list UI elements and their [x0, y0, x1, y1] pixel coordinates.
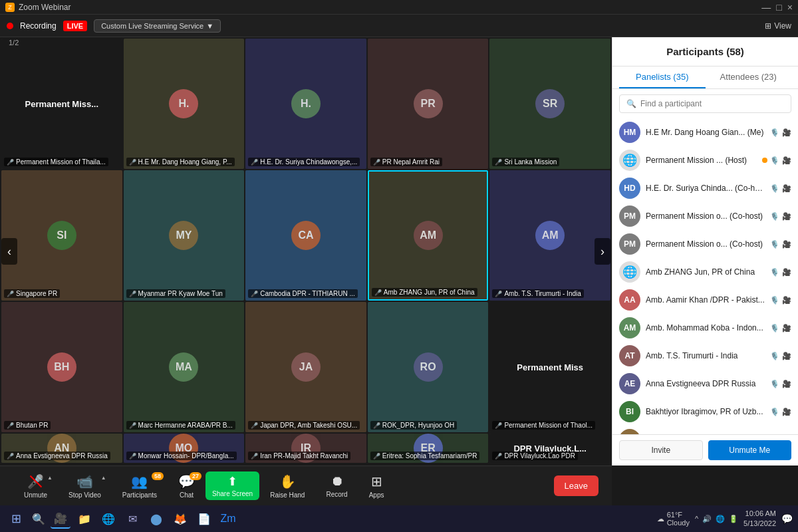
notification-icon[interactable]: 💬: [781, 513, 793, 524]
video-cell-14[interactable]: RO🎤ROK_DPR, Hyunjoo OH: [368, 302, 489, 432]
participant-item[interactable]: 🌐Permanent Mission ... (Host)🎙️🎥: [612, 146, 798, 174]
titlebar-controls[interactable]: — □ ×: [761, 2, 793, 13]
panel-footer: Invite Unmute Me: [612, 434, 798, 466]
taskbar-zoom2[interactable]: Zm: [218, 509, 238, 529]
video-cell-15[interactable]: Permanent Miss🎤Permanent Mission of Thao…: [489, 302, 610, 432]
muted-icon: 🎙️: [770, 156, 779, 165]
record-icon: ⏺: [331, 473, 344, 489]
unmute-icon: 🎤: [27, 473, 44, 489]
video-cell-6[interactable]: SI🎤Singapore PR: [1, 170, 122, 301]
video-cell-10[interactable]: AM🎤Amb. T.S. Tirumurti - India: [489, 170, 610, 301]
stop-video-label: Stop Video: [68, 491, 101, 499]
chat-label: Chat: [180, 491, 194, 499]
toolbar-btn-record[interactable]: ⏺Record: [315, 473, 358, 498]
apps-label: Apps: [369, 491, 384, 499]
participant-avatar: HD: [619, 178, 640, 199]
taskbar-pdf[interactable]: 📄: [194, 509, 214, 529]
share-screen-btn[interactable]: ⬆Share Screen: [205, 471, 259, 500]
participant-item[interactable]: ATAmb. T.S. Tirumurti - India🎙️🎥: [612, 342, 798, 370]
taskbar-zoom[interactable]: 🎥: [51, 509, 70, 529]
participant-item[interactable]: HDH.E. Dr. Suriya Chinda... (Co-host)🎙️🎥: [612, 174, 798, 202]
participant-item[interactable]: HMH.E Mr. Dang Hoang Gian... (Me)🎙️🎥: [612, 118, 798, 146]
taskbar-mail[interactable]: ✉: [122, 509, 142, 529]
video-cell-16[interactable]: AN🎤Anna Evstigneeva DPR Russia: [1, 434, 122, 463]
video-avatar: H.: [169, 89, 198, 118]
toolbar-btn-participants[interactable]: ▲👥Participants58: [112, 473, 168, 499]
mic-icon: 🎤: [251, 159, 258, 166]
search-input[interactable]: [640, 99, 784, 108]
share-screen-label: Share Screen: [212, 490, 253, 497]
participant-avatar: 🌐: [619, 261, 640, 283]
video-cell-1[interactable]: Permanent Miss...🎤Permanent Mission of T…: [1, 39, 122, 169]
toolbar-btn-apps[interactable]: ⊞Apps: [358, 473, 395, 499]
prev-page-arrow[interactable]: ‹: [1, 238, 17, 265]
toolbar-btn-unmute[interactable]: ▲🎤Unmute: [13, 473, 58, 499]
participant-item[interactable]: PMPermanent Mission o... (Co-host)🎙️🎥: [612, 202, 798, 230]
taskbar-apps: 🎥 📁 🌐 ✉ ⬤ 🦊 📄 Zm: [51, 509, 238, 529]
mic-icon: 🎤: [373, 453, 380, 460]
participant-item[interactable]: BPBhutan PR🎙️🎥: [612, 426, 798, 434]
minimize-btn[interactable]: —: [761, 2, 771, 13]
toolbar-btn-raise-hand[interactable]: ✋Raise Hand: [259, 473, 315, 499]
toolbar-btn-stop-video[interactable]: ▲📹Stop Video: [58, 473, 112, 499]
mic-icon: 🎤: [7, 453, 14, 460]
video-avatar: PR: [414, 89, 443, 118]
maximize-btn[interactable]: □: [776, 2, 781, 13]
recording-dot: [7, 23, 13, 29]
search-box[interactable]: 🔍: [619, 94, 791, 113]
video-avatar: SR: [535, 89, 565, 118]
participant-name: Amb. Aamir Khan /DPR - Pakist...: [646, 295, 765, 305]
panel-title: Participants (58): [666, 46, 744, 57]
taskbar-browser[interactable]: 🌐: [98, 509, 118, 529]
video-cell-5[interactable]: SR🎤Sri Lanka Mission: [489, 39, 610, 169]
next-page-arrow[interactable]: ›: [595, 238, 610, 265]
participant-item[interactable]: 🌐Amb ZHANG Jun, PR of China🎙️🎥: [612, 258, 798, 286]
video-cell-20[interactable]: DPR Vilayluck.L...🎤DPR Vilayluck.Lao PDR: [489, 434, 610, 463]
video-label: 🎤Amb. T.S. Tirumurti - India: [492, 289, 583, 298]
video-cell-13[interactable]: JA🎤Japan DPR, Amb Takeshi OSU...: [245, 302, 366, 432]
mic-icon: 🎤: [129, 159, 136, 166]
tab-attendees[interactable]: Attendees (23): [706, 66, 792, 88]
start-button[interactable]: ⊞: [5, 511, 27, 526]
participant-item[interactable]: AAAmb. Aamir Khan /DPR - Pakist...🎙️🎥: [612, 286, 798, 314]
participant-name: Amb. Mohammad Koba - Indon...: [646, 323, 765, 332]
participant-name: Permanent Mission ... (Host): [646, 156, 757, 165]
video-cell-9[interactable]: AM🎤Amb ZHANG Jun, PR of China: [368, 170, 489, 301]
participants-panel: Participants (58) Panelists (35) Attende…: [612, 37, 798, 466]
video-cell-7[interactable]: MY🎤Myanmar PR Kyaw Moe Tun: [124, 170, 245, 301]
video-cell-8[interactable]: CA🎤Cambodia DPR - TITHIARUN ...: [245, 170, 366, 301]
video-area: Permanent Miss...🎤Permanent Mission of T…: [0, 37, 612, 466]
video-avatar: AM: [535, 221, 565, 250]
video-cell-18[interactable]: IR🎤Iran PR-Majid Takht Ravanchi: [245, 434, 366, 463]
titlebar: Z Zoom Webinar — □ ×: [0, 0, 798, 15]
participant-item[interactable]: AEAnna Evstigneeva DPR Russia🎙️🎥: [612, 370, 798, 398]
video-cell-12[interactable]: MA🎤Marc Hermanne ARABA/PR B...: [124, 302, 245, 432]
participant-item[interactable]: AMAmb. Mohammad Koba - Indon...🎙️🎥: [612, 314, 798, 342]
video-cell-3[interactable]: H.🎤H.E. Dr. Suriya Chindawongse,...: [245, 39, 366, 169]
mic-icon: 🎤: [7, 422, 14, 429]
taskbar-search[interactable]: 🔍: [32, 513, 45, 525]
invite-btn[interactable]: Invite: [619, 440, 703, 460]
taskbar-edge[interactable]: 🦊: [170, 509, 190, 529]
leave-btn[interactable]: Leave: [554, 475, 598, 496]
video-cell-2[interactable]: H.🎤H.E Mr. Dang Hoang Giang, P...: [124, 39, 245, 169]
windows-taskbar: ⊞ 🔍 🎥 📁 🌐 ✉ ⬤ 🦊 📄 Zm ☁ 61°FCloudy ^ 🔊 🌐 …: [0, 505, 798, 532]
video-cell-17[interactable]: MO🎤Monwar Hossain- DPR/Bangla...: [124, 434, 245, 463]
participant-item[interactable]: PMPermanent Mission o... (Co-host)🎙️🎥: [612, 230, 798, 258]
mic-icon: 🎤: [495, 159, 502, 166]
close-btn[interactable]: ×: [787, 2, 793, 13]
live-badge: LIVE: [63, 21, 87, 31]
video-cell-11[interactable]: BH🎤Bhutan PR: [1, 302, 122, 432]
mic-icon: 🎤: [7, 159, 14, 166]
tab-panelists[interactable]: Panelists (35): [619, 66, 706, 88]
participant-item[interactable]: BIBakhtiyor Ibragimov, PR of Uzb...🎙️🎥: [612, 398, 798, 426]
taskbar-file[interactable]: 📁: [74, 509, 94, 529]
taskbar-teams[interactable]: ⬤: [146, 509, 166, 529]
view-btn[interactable]: ⊞ View: [765, 21, 791, 31]
video-cell-19[interactable]: ER🎤Eritrea: Sophia Tesfamariam/PR: [368, 434, 489, 463]
camera-icon: 🎥: [782, 128, 791, 137]
toolbar-btn-chat[interactable]: 💬Chat27: [168, 473, 205, 499]
unmute-me-btn[interactable]: Unmute Me: [708, 440, 792, 460]
video-cell-4[interactable]: PR🎤PR Nepal Amrit Rai: [368, 39, 489, 169]
streaming-service-btn[interactable]: Custom Live Streaming Service ▼: [94, 19, 221, 33]
